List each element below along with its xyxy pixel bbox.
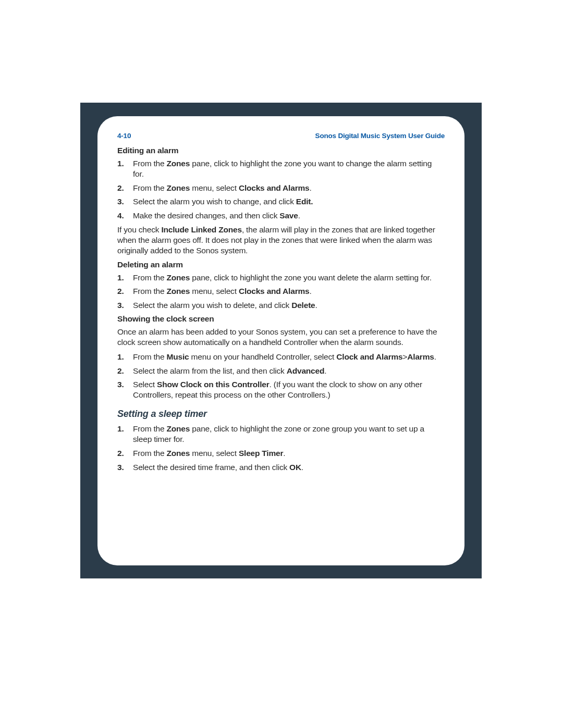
list-item: From the Zones pane, click to highlight … bbox=[117, 158, 445, 179]
page-content: 4-10 Sonos Digital Music System User Gui… bbox=[97, 116, 464, 565]
doc-title: Sonos Digital Music System User Guide bbox=[315, 132, 445, 140]
list-item: Select the desired time frame, and then … bbox=[117, 462, 445, 473]
intro-showing-clock: Once an alarm has been added to your Son… bbox=[117, 327, 445, 348]
heading-showing-clock: Showing the clock screen bbox=[117, 314, 445, 324]
steps-deleting: From the Zones pane, click to highlight … bbox=[117, 273, 445, 311]
list-item: From the Zones pane, click to highlight … bbox=[117, 273, 445, 283]
steps-editing: From the Zones pane, click to highlight … bbox=[117, 158, 445, 221]
list-item: Select the alarm from the list, and then… bbox=[117, 366, 445, 376]
list-item: Select the alarm you wish to change, and… bbox=[117, 196, 445, 207]
list-item: From the Music menu on your handheld Con… bbox=[117, 352, 445, 362]
list-item: From the Zones menu, select Sleep Timer. bbox=[117, 448, 445, 459]
heading-deleting-alarm: Deleting an alarm bbox=[117, 260, 445, 269]
list-item: Select the alarm you wish to delete, and… bbox=[117, 300, 445, 311]
steps-showing: From the Music menu on your handheld Con… bbox=[117, 352, 445, 400]
heading-editing-alarm: Editing an alarm bbox=[117, 146, 445, 155]
page-frame: 4-10 Sonos Digital Music System User Gui… bbox=[80, 103, 482, 578]
running-header: 4-10 Sonos Digital Music System User Gui… bbox=[117, 132, 445, 140]
list-item: From the Zones pane, click to highlight … bbox=[117, 424, 445, 445]
list-item: Select Show Clock on this Controller. (I… bbox=[117, 379, 445, 400]
list-item: From the Zones menu, select Clocks and A… bbox=[117, 183, 445, 193]
steps-sleep: From the Zones pane, click to highlight … bbox=[117, 424, 445, 472]
heading-sleep-timer: Setting a sleep timer bbox=[117, 409, 445, 419]
list-item: Make the desired changes, and then click… bbox=[117, 211, 445, 221]
note-linked-zones: If you check Include Linked Zones, the a… bbox=[117, 225, 445, 255]
list-item: From the Zones menu, select Clocks and A… bbox=[117, 286, 445, 297]
page-number: 4-10 bbox=[117, 132, 131, 140]
